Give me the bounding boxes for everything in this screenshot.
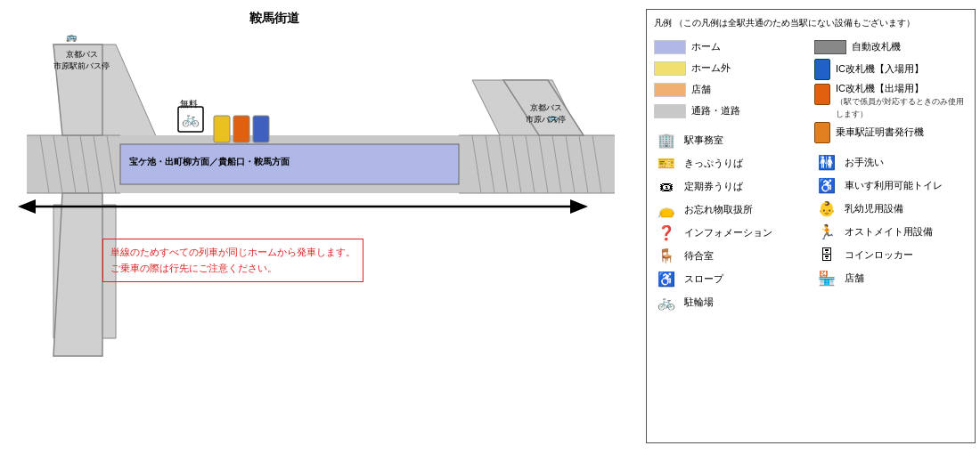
map-area: 🚲 🚌 🚌 鞍馬街道 京都バス 市原駅前バス停 京都バス 市原バス停 無料 宝ケ…	[0, 0, 624, 454]
auto-gate-swatch	[814, 40, 846, 54]
note-box: 単線のためすべての列車が同じホームから発車します。 ご乗車の際は行先にご注意くだ…	[102, 239, 363, 282]
store-swatch	[654, 83, 686, 97]
store-icon-label: 店舗	[845, 272, 864, 285]
legend-item-locker: 🗄 コインロッカー	[814, 245, 968, 266]
svg-rect-4	[27, 135, 615, 193]
lost-icon: 👝	[654, 199, 679, 221]
station-office-label: 駅事務室	[684, 134, 723, 147]
legend-item-ostomy: 🏃 オストメイト用設備	[814, 222, 968, 243]
info-icon: ❓	[654, 223, 679, 244]
bicycle-icon-legend: 🚲	[654, 292, 679, 313]
note-line2: ご乗車の際は行先にご注意ください。	[110, 263, 277, 273]
legend-item-info: ❓ インフォメーション	[654, 223, 807, 244]
toilet-label: お手洗い	[845, 156, 884, 169]
svg-text:🚌: 🚌	[66, 31, 78, 43]
svg-line-23	[566, 135, 575, 193]
svg-rect-34	[253, 116, 269, 142]
ticket-icon: 🎫	[654, 153, 679, 174]
store-icon: 🏪	[814, 268, 839, 289]
legend-item-auto-gate: 自動改札機	[814, 37, 968, 57]
bicycle-label: 駐輪場	[684, 296, 714, 309]
platform-label: 宝ケ池・出町柳方面／貴船口・鞍馬方面	[129, 156, 290, 168]
svg-line-25	[592, 135, 601, 193]
svg-rect-35	[178, 107, 203, 132]
legend-item-ic-entry: IC改札機【入場用】	[814, 59, 968, 80]
svg-marker-31	[570, 199, 588, 214]
legend-item-wheelchair-toilet: ♿ 車いす利用可能トイレ	[814, 175, 968, 197]
svg-line-18	[499, 135, 508, 193]
svg-line-12	[67, 135, 76, 193]
svg-rect-33	[233, 116, 249, 142]
legend-item-baby: 👶 乳幼児用設備	[814, 199, 968, 220]
legend-panel: 凡例 （この凡例は全駅共通のため当駅にない設備もございます） ホーム ホーム外 …	[646, 9, 976, 443]
svg-line-14	[94, 135, 102, 193]
ostomy-label: オストメイト用設備	[845, 225, 933, 239]
waiting-label: 待合室	[684, 249, 714, 263]
svg-line-17	[486, 135, 494, 193]
svg-marker-27	[53, 193, 102, 356]
baby-icon: 👶	[814, 199, 839, 220]
slope-icon: ♿	[654, 269, 679, 290]
ticket-label: きっぷうりば	[684, 157, 743, 170]
pass-icon: 🎟	[654, 176, 679, 198]
wheelchair-toilet-icon: ♿	[814, 175, 839, 197]
baby-label: 乳幼児用設備	[845, 202, 903, 215]
legend-item-slope: ♿ スロープ	[654, 269, 807, 290]
legend-title: 凡例 （この凡例は全駅共通のため当駅にない設備もございます）	[654, 15, 968, 30]
ticket-issuer-swatch	[814, 122, 830, 143]
auto-gate-label: 自動改札機	[852, 40, 901, 53]
svg-marker-30	[18, 199, 36, 214]
home-outside-swatch	[654, 61, 686, 76]
bus-stop-left: 京都バス 市原駅前バス停	[53, 49, 110, 71]
legend-item-waiting: 🪑 待合室	[654, 246, 807, 267]
toilet-icon: 🚻	[814, 152, 839, 174]
svg-line-15	[107, 135, 116, 193]
note-line1: 単線のためすべての列車が同じホームから発車します。	[110, 247, 355, 257]
legend-item-store-icon: 🏪 店舗	[814, 268, 968, 289]
svg-rect-32	[214, 116, 230, 142]
home-outside-label: ホーム外	[691, 61, 731, 75]
legend-item-bicycle: 🚲 駐輪場	[654, 292, 807, 313]
street-title: 鞍馬街道	[249, 11, 299, 27]
ic-exit-label: IC改札機【出場用】	[836, 83, 924, 93]
legend-title-main: 凡例	[654, 18, 672, 28]
svg-line-22	[552, 135, 561, 193]
svg-line-19	[512, 135, 521, 193]
locker-icon: 🗄	[814, 245, 839, 266]
svg-line-21	[539, 135, 548, 193]
svg-line-20	[526, 135, 535, 193]
legend-item-pass: 🎟 定期券うりば	[654, 176, 807, 198]
ticket-issuer-label: 乗車駅証明書発行機	[836, 126, 924, 139]
svg-line-10	[40, 135, 49, 193]
svg-line-24	[579, 135, 588, 193]
home-label: ホーム	[691, 40, 721, 53]
ic-entry-label: IC改札機【入場用】	[836, 62, 924, 76]
svg-line-11	[53, 135, 62, 193]
svg-line-16	[472, 135, 481, 193]
ostomy-icon: 🏃	[814, 222, 839, 243]
info-label: インフォメーション	[684, 226, 772, 239]
svg-text:🚲: 🚲	[182, 110, 200, 127]
slope-label: スロープ	[684, 272, 723, 286]
legend-item-station-office: 🏢 駅事務室	[654, 130, 807, 151]
legend-item-ticket-issuer: 乗車駅証明書発行機	[814, 122, 968, 143]
lost-label: お忘れ物取扱所	[684, 203, 753, 216]
legend-item-lost: 👝 お忘れ物取扱所	[654, 199, 807, 221]
ic-entry-swatch	[814, 59, 830, 80]
station-office-icon: 🏢	[654, 130, 679, 151]
path-swatch	[654, 104, 686, 118]
legend-item-ticket: 🎫 きっぷうりば	[654, 153, 807, 174]
home-color-swatch	[654, 40, 686, 54]
legend-item-path: 通路・道路	[654, 101, 807, 121]
locker-label: コインロッカー	[845, 248, 913, 262]
svg-line-13	[80, 135, 89, 193]
pass-label: 定期券うりば	[684, 180, 743, 193]
ic-exit-sub: （駅で係員が対応するときのみ使用します）	[836, 97, 964, 118]
legend-item-ic-exit: IC改札機【出場用】 （駅で係員が対応するときのみ使用します）	[814, 82, 968, 120]
store-color-label: 店舗	[691, 83, 711, 96]
waiting-icon: 🪑	[654, 246, 679, 267]
legend-item-home: ホーム	[654, 37, 807, 57]
path-label: 通路・道路	[691, 104, 740, 118]
wheelchair-toilet-label: 車いす利用可能トイレ	[845, 179, 943, 192]
legend-item-home-outside: ホーム外	[654, 59, 807, 78]
